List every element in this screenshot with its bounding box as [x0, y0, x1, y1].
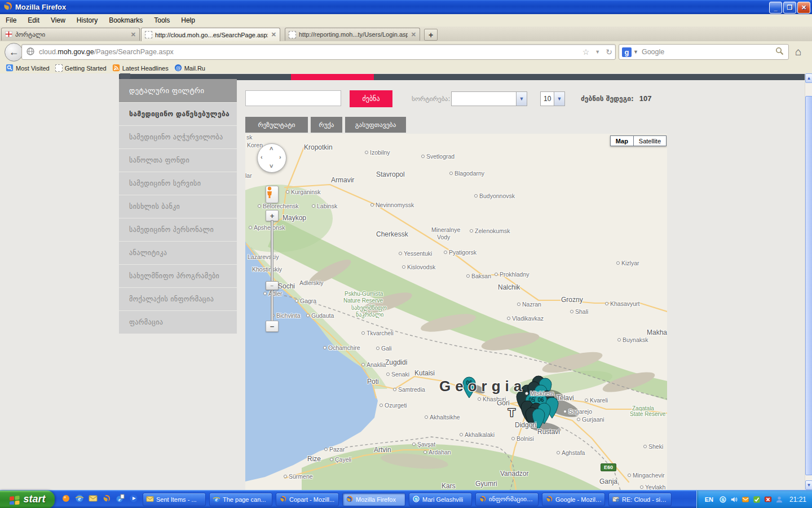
quicklaunch-ie-icon[interactable]: e — [75, 494, 84, 505]
zoom-slider-handle[interactable]: − — [266, 281, 279, 290]
mostvisited-icon — [6, 64, 14, 73]
sort-label: სორტირება: — [412, 95, 450, 103]
browser-tab-2[interactable]: http://cloud.moh.go...es/SearchPage.aspx… — [141, 28, 280, 41]
tray-skype-icon[interactable]: S — [719, 495, 727, 503]
quicklaunch-ie-doc-icon[interactable]: e — [116, 494, 125, 505]
bookmark-getting-started[interactable]: Getting Started — [55, 64, 107, 72]
close-button[interactable]: ✕ — [797, 2, 810, 14]
browser-tab-3[interactable]: http://reporting.moh...ty/Users/Login.as… — [285, 28, 420, 41]
new-tab-button[interactable]: + — [424, 29, 438, 41]
georgia-flag-icon — [5, 30, 12, 39]
scrollbar-thumb[interactable] — [805, 96, 812, 475]
bookmark-most-visited[interactable]: Most Visited — [6, 64, 50, 73]
google-logo-icon[interactable]: g — [622, 47, 632, 57]
search-input[interactable] — [245, 90, 341, 106]
firefox-icon — [479, 495, 487, 504]
quicklaunch-media-player-icon[interactable] — [129, 494, 138, 505]
street-view-pegman[interactable] — [266, 186, 279, 203]
tray-green-check-icon[interactable] — [753, 495, 761, 503]
tab-close-icon[interactable]: ✕ — [131, 31, 136, 38]
sidebar-item-7[interactable]: ანალიტიკა — [119, 242, 237, 264]
menu-edit[interactable]: Edit — [22, 15, 45, 25]
sidebar-item-5[interactable]: სისხლის ბანკი — [119, 195, 237, 218]
sort-select[interactable]: ▼ — [451, 91, 527, 106]
page-size-select[interactable]: 10▼ — [540, 91, 565, 106]
task-button-6[interactable]: ინფორმაციის ... — [475, 493, 539, 506]
bookmark-mail-ru[interactable]: @Mail.Ru — [174, 64, 205, 73]
home-button[interactable]: ⌂ — [795, 46, 801, 58]
map-type-satellite[interactable]: Satellite — [634, 135, 667, 146]
site-nav-active-item[interactable] — [291, 74, 374, 80]
start-button[interactable]: start — [0, 491, 55, 508]
sidebar-item-4[interactable]: სამედიცინო სერვისი — [119, 172, 237, 195]
engine-dropdown-icon[interactable]: ▼ — [633, 49, 638, 55]
action-button-2[interactable]: რუქა — [311, 117, 342, 133]
sidebar-item-1[interactable]: სამედიცინო დაწესებულება — [119, 103, 237, 125]
task-label: RE: Cloud - sis... — [622, 496, 668, 503]
task-button-2[interactable]: eThe page can... — [209, 493, 272, 506]
zoom-in-button[interactable]: + — [266, 210, 279, 221]
select-arrow-icon[interactable]: ▼ — [554, 92, 564, 106]
map-label: Mineralnye — [431, 226, 460, 233]
bookmark-star-icon[interactable]: ☆ — [582, 47, 590, 56]
language-indicator[interactable]: EN — [703, 495, 716, 504]
task-button-4[interactable]: Mozilla Firefox — [342, 493, 405, 506]
back-button[interactable]: ← — [5, 43, 23, 62]
zoom-out-button[interactable]: − — [266, 321, 279, 332]
tray-mailru-agent-icon[interactable] — [742, 495, 750, 503]
quicklaunch-orange-app-icon[interactable] — [61, 494, 70, 505]
map-label: Akhaltsikhe — [425, 414, 460, 421]
map-pan-control[interactable]: ˄ ˅ ‹ › — [257, 143, 286, 173]
tray-red-alert-icon[interactable] — [764, 495, 773, 503]
browser-tab-1[interactable]: პორტალი✕ — [1, 28, 140, 41]
url-bar[interactable]: cloud.moh.gov.ge/Pages/SearchPage.aspx ☆… — [21, 44, 616, 60]
menu-history[interactable]: History — [71, 15, 103, 25]
map-label: ნაკრძალი — [356, 312, 384, 318]
map-type-map[interactable]: Map — [610, 135, 634, 146]
task-button-8[interactable]: RE: Cloud - sis... — [608, 493, 672, 506]
reload-icon[interactable]: ↻ — [606, 47, 612, 56]
sidebar-item-8[interactable]: სახელმწიფო პროგრამები — [119, 265, 237, 287]
task-button-7[interactable]: Google - Mozill... — [542, 493, 605, 506]
minimize-button[interactable]: _ — [769, 2, 782, 14]
map-label: Tkvarcheli — [361, 330, 394, 336]
sidebar-item-10[interactable]: ფარმაცია — [119, 311, 237, 334]
url-dropdown-icon[interactable]: ▼ — [595, 49, 600, 55]
zoom-slider-track[interactable] — [271, 220, 273, 322]
tray-person-icon[interactable] — [775, 495, 784, 503]
sidebar-item-6[interactable]: სამედიცინო პერსონალი — [119, 218, 237, 241]
vertical-scrollbar[interactable]: ▲ ▼ — [805, 73, 812, 490]
tab-close-icon[interactable]: ✕ — [271, 31, 276, 38]
menu-view[interactable]: View — [45, 15, 71, 25]
search-engine-box[interactable]: g ▼ Google — [619, 44, 789, 60]
tray-volume-icon[interactable] — [730, 495, 739, 503]
action-button-1[interactable]: რეზულტატი — [245, 117, 308, 133]
menu-file[interactable]: File — [0, 15, 22, 25]
scroll-up-icon[interactable]: ▲ — [805, 73, 812, 83]
map-type-control: MapSatellite — [610, 135, 667, 146]
menu-bookmarks[interactable]: Bookmarks — [103, 15, 148, 25]
quicklaunch-mail-icon[interactable] — [89, 494, 98, 505]
sidebar-item-3[interactable]: საწოლთა ფონდი — [119, 149, 237, 172]
bookmark-latest-headlines[interactable]: Latest Headlines — [112, 64, 169, 73]
map-canvas[interactable]: 060506 skKorenlarKropotkinIzobilnySvetlo… — [245, 134, 667, 490]
results-count: ძებნის შედეგი:107 — [581, 94, 652, 103]
sidebar-item-9[interactable]: მოქალაქის ინფორმაცია — [119, 288, 237, 310]
task-button-3[interactable]: Copart - Mozill... — [276, 493, 339, 506]
menu-help[interactable]: Help — [175, 15, 201, 25]
window-titlebar[interactable]: Mozilla Firefox _ ❐ ✕ — [0, 0, 812, 14]
map-label: Adlerskiy — [299, 279, 324, 286]
select-arrow-icon[interactable]: ▼ — [516, 92, 527, 106]
window-title: Mozilla Firefox — [15, 3, 66, 11]
scroll-down-icon[interactable]: ▼ — [805, 480, 812, 490]
tab-close-icon[interactable]: ✕ — [411, 31, 416, 38]
search-button[interactable]: ძებნა — [350, 90, 392, 107]
action-button-3[interactable]: გასუფთავება — [345, 117, 406, 133]
menu-tools[interactable]: Tools — [148, 15, 175, 25]
task-button-5[interactable]: SMari Gelashvili — [409, 493, 472, 506]
sidebar-item-2[interactable]: სამედიცინო აღჭურვილობა — [119, 126, 237, 148]
magnifier-icon[interactable] — [775, 47, 784, 58]
restore-button[interactable]: ❐ — [783, 2, 796, 14]
task-button-1[interactable]: Sent Items - ... — [143, 493, 206, 506]
quicklaunch-firefox-icon[interactable] — [102, 494, 111, 505]
